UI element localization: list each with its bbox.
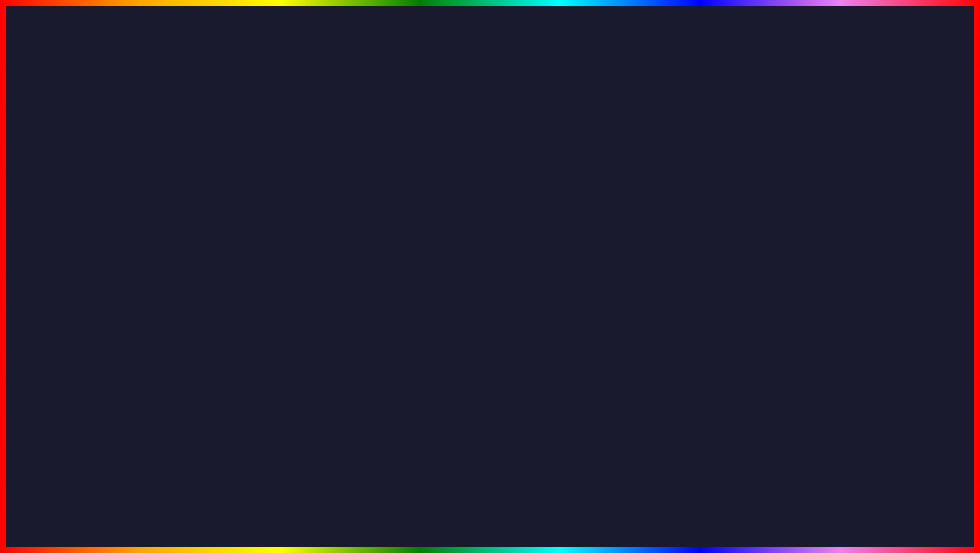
mirage-status-text: Mirage Island Not Found [444, 267, 516, 275]
right-window-title: ZEN HUB | BLOX FRUIT [708, 149, 782, 157]
group-icon[interactable]: 👥 [913, 286, 926, 299]
blox-fruits-logo: ☠ BLOX FRUITS [865, 452, 950, 543]
skull-icon: ☠ [896, 462, 919, 492]
fruits-subtitle: FRUITS [881, 516, 933, 533]
blox-text: BL [879, 494, 906, 516]
select-farm-row: Select Farm Method : Upper [54, 340, 286, 351]
beast-icon-1: 🐉 [176, 273, 192, 290]
select-weapon-dropdown[interactable]: Melee [215, 326, 286, 336]
right-nav-icons: 🎯 ⊞ 😊 🛒 ⊟ 👥 [694, 281, 926, 299]
right-title-left: Z ZEN HUB | BLOX FRUIT [693, 147, 782, 158]
sword-icon[interactable]: ⚔ [92, 273, 105, 286]
pvp-zone-btn[interactable]: Teleport Pvp Zone (Must Be in Temple Of … [694, 260, 926, 273]
settings-icon[interactable]: ⚙ [73, 273, 85, 286]
farm-text: FARM [198, 480, 341, 537]
sea-beast-checkbox-1[interactable] [312, 276, 322, 287]
auto-rabbit-trial-btn[interactable]: Auto Complete Rabbit Trial [813, 208, 926, 223]
moon-icon: 🌕 [430, 249, 442, 261]
main-farm-header: \\ Main Farm // [54, 360, 286, 372]
auto-trials-header: Auto Trials [810, 170, 926, 178]
select-farm-wrapper[interactable]: Upper [215, 340, 286, 351]
mirage-status-row: 👤 Mirage Island Not Found ✗ [430, 266, 591, 276]
auto-angel-trial-btn[interactable]: Auto Complete Angel Trial [813, 188, 926, 203]
moon-text: Full Moon 50% [446, 252, 493, 259]
health-label: Health : 12345/12345 [54, 207, 112, 214]
close-button[interactable]: ✕ [281, 148, 287, 158]
title-left: Z ZEN HUB | BLOX FRUIT [53, 147, 143, 158]
health-bar [54, 216, 286, 220]
mirage-opt-icon-3: ⚡ [430, 333, 444, 347]
sea-beast-checkbox-2[interactable] [312, 305, 322, 316]
mirage-header: \\ Mirage Island // [422, 224, 598, 242]
window-controls: ⊕ ✕ [269, 148, 287, 158]
stamina-bar [54, 233, 286, 237]
grid-icon[interactable]: ⊞ [836, 286, 849, 299]
right-close-button[interactable]: ✕ [921, 148, 927, 158]
select-farm-dropdown[interactable]: Upper [215, 340, 286, 351]
main-window-title: ZEN HUB | BLOX FRUIT [68, 149, 143, 157]
mirage-checkbox-2[interactable] [581, 312, 591, 322]
mirage-opt-name-3: Teleport To Gear [456, 336, 576, 343]
pastebin-text: PASTEBIN [502, 489, 679, 529]
apps-icon[interactable]: ⊟ [894, 286, 907, 299]
teleport-temple-btn[interactable]: Teleport To Timple Of Time [694, 208, 807, 223]
main-window-titlebar: Z ZEN HUB | BLOX FRUIT ⊕ ✕ [47, 143, 293, 163]
two-col-content: Teleport To Top Of GreatTree Teleport To… [694, 188, 926, 242]
stats-section: Health : 12345/12345 Stamina : 12345/123… [54, 205, 286, 237]
safe-zone-btn[interactable]: Teleport To Safe Zone When Pvp (Must Be … [694, 244, 926, 258]
teleport-great-tree-btn[interactable]: Teleport To Top Of GreatTree [694, 188, 807, 203]
face-icon[interactable]: 😊 [855, 286, 868, 299]
chart-icon[interactable]: 📊 [112, 273, 124, 286]
divider-2 [54, 356, 286, 356]
script-text: SCRIPT [357, 489, 487, 529]
mirage-sep-3: | [449, 336, 451, 344]
sea-beast-row-1: 🐉 | Auto Sea Beast [169, 267, 329, 296]
col-right: Auto Complete Angel Trial Auto Complete … [813, 188, 926, 242]
right-window-titlebar: Z ZEN HUB | BLOX FRUIT ⊕ ✕ [687, 143, 933, 163]
cart-icon[interactable]: 🛒 [874, 286, 888, 299]
select-weapon-row: Select Weapon : Melee [54, 326, 286, 336]
bottom-text-area: AUTO FARM SCRIPT PASTEBIN [41, 479, 939, 538]
timer-badge: 0:36:14 [470, 294, 518, 313]
beast-name-1: Auto Sea Beast [204, 278, 307, 286]
separator-2: | [197, 306, 199, 315]
select-farm-label: Select Farm Method : [54, 342, 215, 349]
right-zen-icon: Z [693, 147, 704, 158]
mirage-opt-name-2: Auto Mirage Island [HOP] [456, 314, 576, 321]
mirage-island-window: \\ Mirage Island // 🌕 Full Moon 50% 👤 Mi… [421, 223, 599, 360]
discord-icon[interactable]: ⊕ [269, 148, 276, 158]
auto-text: AUTO [41, 480, 184, 537]
ox-text: OX [906, 494, 935, 516]
status-x-icon: ✗ [520, 266, 527, 276]
mirage-checkbox-3[interactable] [581, 335, 591, 345]
mirage-checkbox-1[interactable] [581, 289, 591, 299]
auto-cyborg-trial-btn[interactable]: Auto Complete Cyborg Trial [813, 227, 926, 242]
beast-icon-2: 🐉 [176, 302, 192, 319]
chest-icon[interactable]: 🎒 [54, 273, 66, 286]
auto-farm-text: AUTO FARM [41, 479, 342, 538]
zen-icon: Z [53, 147, 64, 158]
user-avatar: 👤 [54, 170, 82, 198]
right-window-body: Race V4 Auto Trials Teleport To Top Of G… [687, 163, 933, 306]
blox-logo-title: BLOX [879, 494, 935, 516]
mirage-opt-icon-2: ⚡ [430, 310, 444, 324]
right-discord-icon[interactable]: ⊕ [909, 148, 916, 158]
mirage-sep-1: | [449, 290, 451, 298]
mirage-sep-2: | [449, 313, 451, 321]
user-section: 👤 XxArSendxX (Sky) [54, 170, 286, 198]
right-window-controls: ⊕ ✕ [909, 148, 927, 158]
stamina-label: Stamina : 12345/12345 [54, 224, 117, 231]
character-head [472, 154, 508, 190]
status-person-icon: 👤 [430, 266, 440, 276]
separator-1: | [197, 278, 199, 286]
main-title: BLOX FRUITS [0, 15, 980, 109]
target-icon[interactable]: 🎯 [816, 286, 830, 299]
players-icon[interactable]: 👥 [131, 273, 143, 286]
right-window: Z ZEN HUB | BLOX FRUIT ⊕ ✕ Race V4 Auto … [685, 142, 934, 307]
race-v4-header: Race V4 [694, 170, 810, 178]
select-weapon-wrapper[interactable]: Melee [215, 326, 286, 336]
col-left: Teleport To Top Of GreatTree Teleport To… [694, 188, 807, 242]
moon-row: 🌕 Full Moon 50% [430, 249, 591, 261]
username: XxArSendxX (Sky) [88, 180, 150, 188]
sea-beast-row-2: 🐉 | Auto Sea Beast Hop [169, 296, 329, 325]
